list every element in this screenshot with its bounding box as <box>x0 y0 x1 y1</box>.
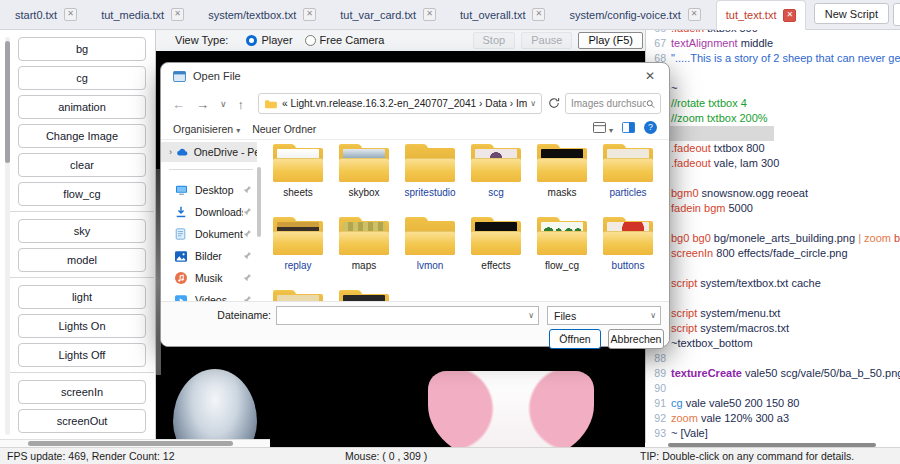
new-folder-button[interactable]: Neuer Ordner <box>252 123 316 135</box>
sidebar-button-change-image[interactable]: Change Image <box>18 124 146 148</box>
code-line-86[interactable]: 86script system/macros.txt <box>646 321 900 336</box>
dialog-titlebar[interactable]: Open File ✕ <box>161 63 669 89</box>
play-button[interactable]: Play (F5) <box>578 32 643 49</box>
folder-item-effects[interactable]: effects <box>463 214 529 287</box>
code-line-77[interactable]: 77bgm0 snowsnow.ogg reoeat <box>646 186 900 201</box>
radio-free-camera[interactable] <box>305 35 316 46</box>
tab-tut_media.txt[interactable]: tut_media.txt✕ <box>92 0 193 29</box>
folder-item-replay[interactable]: replay <box>265 214 331 287</box>
sidebar-item-videos[interactable]: Videos <box>161 289 257 301</box>
tab-close-icon[interactable]: ✕ <box>783 9 796 22</box>
sidebar-item-dokumente[interactable]: Dokumente <box>161 223 257 245</box>
address-dropdown-icon[interactable]: ∨ <box>530 99 536 108</box>
expander-icon[interactable]: › <box>169 147 172 157</box>
new-script-button[interactable]: New Script <box>814 3 889 24</box>
sidebar-scrollbar[interactable] <box>5 37 10 435</box>
help-icon[interactable]: ? <box>644 121 657 136</box>
filetype-dropdown[interactable]: Files ∨ <box>547 306 661 325</box>
code-line-81[interactable]: 81screenIn 800 effects/fade_circle.png <box>646 246 900 261</box>
sidebar-item-desktop[interactable]: Desktop <box>161 179 257 201</box>
radio-player[interactable] <box>246 35 257 46</box>
code-line-71[interactable]: 71//rotate txtbox 4 <box>646 96 900 111</box>
code-line-68[interactable]: 68".....This is a story of 2 sheep that … <box>646 51 900 66</box>
code-line-78[interactable]: 78fadein bgm 5000 <box>646 201 900 216</box>
folder-item-flow_cg[interactable]: flow_cg <box>529 214 595 287</box>
back-icon[interactable]: ← <box>172 97 185 112</box>
organize-button[interactable]: Organisieren▾ <box>173 123 240 135</box>
close-icon[interactable]: ✕ <box>643 69 657 83</box>
sidebar-button-flow_cg[interactable]: flow_cg <box>18 182 146 206</box>
cancel-button[interactable]: Abbrechen <box>608 329 664 349</box>
filename-combobox[interactable]: ∨ <box>276 306 539 325</box>
code-line-72[interactable]: 72//zoom txtbox 200% <box>646 111 900 126</box>
clipped-toolbar-button[interactable] <box>893 3 900 26</box>
tab-system/config-voice.txt[interactable]: system/config-voice.txt✕ <box>560 0 709 29</box>
code-line-90[interactable]: 90 <box>646 381 900 396</box>
sidebar-button-lights-on[interactable]: Lights On <box>18 314 146 338</box>
script-code-editor[interactable]: 66.fadein txtbox 50067textAlignment midd… <box>645 29 900 443</box>
code-line-74[interactable]: 74.fadeout txtbox 800 <box>646 141 900 156</box>
tab-tut_text.txt[interactable]: tut_text.txt✕ <box>716 0 807 30</box>
folder-item-skybox[interactable]: skybox <box>331 141 397 214</box>
folder-item-particles[interactable]: particles <box>595 141 661 214</box>
tab-tut_overall.txt[interactable]: tut_overall.txt✕ <box>451 0 554 29</box>
sidebar-item-downloads[interactable]: Downloads <box>161 201 257 223</box>
pause-button[interactable]: Pause <box>521 32 572 49</box>
sidebar-hscrollbar-thumb[interactable] <box>28 441 233 446</box>
code-line-73[interactable]: 73 <box>646 126 900 141</box>
sidebar-item-musik[interactable]: Musik <box>161 267 257 289</box>
code-line-83[interactable]: 83script system/textbox.txt cache <box>646 276 900 291</box>
code-line-84[interactable]: 84 <box>646 291 900 306</box>
sidebar-button-clear[interactable]: clear <box>18 153 146 177</box>
tab-close-icon[interactable]: ✕ <box>423 8 436 21</box>
open-button[interactable]: Öffnen <box>549 329 601 349</box>
folder-item-clipped[interactable] <box>265 287 331 301</box>
code-line-80[interactable]: 80bg0 bg0 bg/monele_arts_building.png | … <box>646 231 900 246</box>
tab-tut_var_card.txt[interactable]: tut_var_card.txt✕ <box>331 0 445 29</box>
folder-item-spritestudio[interactable]: spritestudio <box>397 141 463 214</box>
sidebar-button-animation[interactable]: animation <box>18 95 146 119</box>
search-input[interactable] <box>571 98 646 109</box>
places-scrollbar-thumb[interactable] <box>257 167 261 237</box>
up-icon[interactable]: ↑ <box>238 97 245 112</box>
tab-close-icon[interactable]: ✕ <box>64 8 77 21</box>
forward-icon[interactable]: → <box>196 97 209 112</box>
sidebar-button-screenout[interactable]: screenOut <box>18 409 146 433</box>
code-line-67[interactable]: 67textAlignment middle <box>646 36 900 51</box>
code-line-79[interactable]: 79 <box>646 216 900 231</box>
code-line-75[interactable]: 75.fadeout vale, lam 300 <box>646 156 900 171</box>
code-line-89[interactable]: 89textureCreate vale50 scg/vale/50/ba_b_… <box>646 366 900 381</box>
breadcrumb[interactable]: « Light.vn.release.16.3.2-en_240707_2041… <box>258 93 542 114</box>
tab-system/textbox.txt[interactable]: system/textbox.txt✕ <box>199 0 325 29</box>
code-line-91[interactable]: 91cg vale vale50 200 150 80 <box>646 396 900 411</box>
code-line-87[interactable]: 87~textbox_bottom <box>646 336 900 351</box>
code-line-82[interactable]: 82 <box>646 261 900 276</box>
sidebar-button-cg[interactable]: cg <box>18 66 146 90</box>
sidebar-button-model[interactable]: model <box>18 248 146 272</box>
code-line-76[interactable]: 76 <box>646 171 900 186</box>
tab-close-icon[interactable]: ✕ <box>303 8 316 21</box>
code-line-70[interactable]: 70~ <box>646 81 900 96</box>
folder-item-masks[interactable]: masks <box>529 141 595 214</box>
code-line-66[interactable]: 66.fadein txtbox 500 <box>646 29 900 36</box>
tab-close-icon[interactable]: ✕ <box>688 8 701 21</box>
sidebar-button-sky[interactable]: sky <box>18 219 146 243</box>
refresh-icon[interactable] <box>548 97 560 111</box>
folder-item-lvmon[interactable]: lvmon <box>397 214 463 287</box>
sidebar-scrollbar-thumb[interactable] <box>5 41 10 163</box>
folder-item-buttons[interactable]: buttons <box>595 214 661 287</box>
search-box[interactable] <box>565 93 661 114</box>
history-dropdown-icon[interactable]: ∨ <box>220 99 227 109</box>
folder-item-clipped[interactable] <box>331 287 397 301</box>
sidebar-item-bilder[interactable]: Bilder <box>161 245 257 267</box>
folder-item-scg[interactable]: scg <box>463 141 529 214</box>
folder-item-maps[interactable]: maps <box>331 214 397 287</box>
sidebar-item-onedrive[interactable]: › OneDrive - Pers <box>161 142 257 162</box>
tab-close-icon[interactable]: ✕ <box>532 8 545 21</box>
sidebar-button-lights-off[interactable]: Lights Off <box>18 343 146 367</box>
code-line-88[interactable]: 88 <box>646 351 900 366</box>
tab-start0.txt[interactable]: start0.txt✕ <box>6 0 86 29</box>
sidebar-button-bg[interactable]: bg <box>18 37 146 61</box>
stop-button[interactable]: Stop <box>473 32 516 49</box>
code-line-85[interactable]: 85script system/menu.txt <box>646 306 900 321</box>
